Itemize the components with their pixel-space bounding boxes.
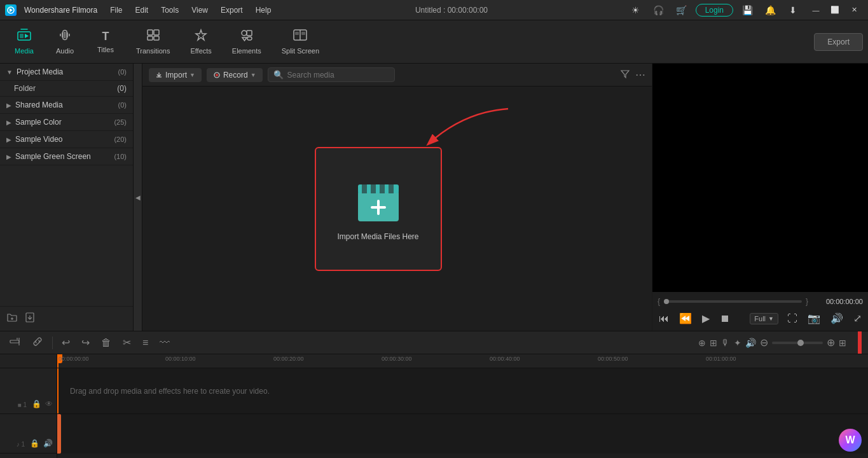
filter-icon[interactable] <box>620 69 630 81</box>
menu-help[interactable]: Help <box>251 4 277 16</box>
close-button[interactable]: ✕ <box>845 3 863 17</box>
svg-rect-12 <box>154 36 159 40</box>
sidebar-item-folder[interactable]: Folder (0) <box>0 81 133 97</box>
play-button[interactable]: ▶ <box>701 311 711 326</box>
link-icon[interactable] <box>29 335 46 351</box>
toolbar-transitions-label: Transitions <box>136 47 170 55</box>
step-back-button[interactable]: ⏪ <box>678 311 693 326</box>
zoom-slider[interactable] <box>772 342 823 344</box>
svg-rect-31 <box>380 184 385 193</box>
sidebar-item-project-media[interactable]: ▼ Project Media (0) <box>0 64 133 81</box>
cut-icon[interactable]: ✂ <box>120 335 134 350</box>
sidebar-item-sample-video[interactable]: ▶ Sample Video (20) <box>0 131 133 148</box>
filmora-logo[interactable]: W <box>839 429 862 452</box>
download-icon[interactable]: ⬇ <box>784 1 802 19</box>
search-input[interactable] <box>287 71 389 80</box>
maximize-button[interactable]: ⬜ <box>826 3 844 17</box>
shared-media-count: (0) <box>118 101 127 109</box>
svg-rect-30 <box>371 184 376 193</box>
notification-icon[interactable]: 🔔 <box>761 1 779 19</box>
record-button[interactable]: Record ▼ <box>207 68 263 82</box>
save-icon[interactable]: 💾 <box>738 1 756 19</box>
zoom-reset-icon[interactable]: ⊞ <box>839 338 846 348</box>
volume-button[interactable]: 🔊 <box>829 311 844 326</box>
audio-lock-icon[interactable]: 🔒 <box>30 439 39 448</box>
quality-chevron-icon: ▼ <box>768 316 774 322</box>
timeline-ruler: 00:00:00:00 00:00:10:00 00:00:20:00 00:0… <box>57 354 868 368</box>
toolbar-transitions[interactable]: Transitions <box>127 25 179 59</box>
svg-marker-13 <box>196 30 206 40</box>
sidebar-item-sample-green-screen[interactable]: ▶ Sample Green Screen (10) <box>0 148 133 165</box>
menu-view[interactable]: View <box>186 4 213 16</box>
panel-toggle[interactable]: ◀ <box>134 64 142 331</box>
toolbar-titles[interactable]: T Titles <box>86 26 125 57</box>
svg-marker-1 <box>10 8 13 12</box>
transitions-icon <box>146 29 160 45</box>
cart-icon[interactable]: 🛒 <box>673 1 691 19</box>
redo-icon[interactable]: ↪ <box>79 335 92 350</box>
ruler-corner <box>0 354 57 368</box>
preview-panel: { } 00:00:00:00 ⏮ ⏪ ▶ ⏹ Full ▼ ⛶ 📷 <box>652 64 868 331</box>
preview-scrubber[interactable] <box>664 300 802 303</box>
zoom-out-icon[interactable]: ⊖ <box>760 337 768 349</box>
toolbar-media[interactable]: Media <box>5 25 43 59</box>
expand-button[interactable]: ⤢ <box>852 311 863 326</box>
sidebar-item-sample-color[interactable]: ▶ Sample Color (25) <box>0 114 133 131</box>
audio-mute-icon[interactable]: 🔊 <box>43 439 53 448</box>
folder-count: (0) <box>117 84 127 93</box>
menu-file[interactable]: File <box>105 4 127 16</box>
video-track[interactable]: Drag and drop media and effects here to … <box>57 368 868 414</box>
undo-icon[interactable]: ↩ <box>59 335 72 350</box>
add-folder-icon[interactable] <box>6 312 18 326</box>
timeline-body: ■ 1 🔒 👁 ♪ 1 🔒 🔊 00:00:00:00 00:00:10:00 <box>0 354 868 458</box>
fullscreen-button[interactable]: ⛶ <box>786 312 799 326</box>
zoom-thumb <box>797 340 804 346</box>
video-eye-icon[interactable]: 👁 <box>45 399 53 408</box>
timeline-zoom-controls: ⊕ ⊞ 🎙 ✦ 🔊 ⊖ ⊕ ⊞ <box>698 337 846 349</box>
export-button[interactable]: Export <box>814 33 863 51</box>
import-file-icon[interactable] <box>24 312 36 326</box>
elements-icon <box>240 29 254 45</box>
mark-in-icon[interactable]: { <box>658 297 660 306</box>
ai-denoiser-icon[interactable]: ✦ <box>734 338 741 348</box>
toolbar-effects-label: Effects <box>190 47 211 55</box>
screenshot-button[interactable]: 📷 <box>806 311 822 326</box>
svg-rect-9 <box>148 30 153 35</box>
toolbar-effects[interactable]: Effects <box>181 25 220 59</box>
import-button[interactable]: Import ▼ <box>149 68 202 82</box>
toolbar-audio[interactable]: Audio <box>46 25 84 59</box>
toolbar-split-screen[interactable]: Split Screen <box>273 25 328 59</box>
toolbar-elements[interactable]: Elements <box>223 25 270 59</box>
zoom-in-icon[interactable]: ⊕ <box>827 337 835 349</box>
grid-view-icon[interactable]: ⋯ <box>635 69 645 81</box>
stop-button[interactable]: ⏹ <box>719 312 731 326</box>
menu-edit[interactable]: Edit <box>130 4 154 16</box>
minimize-button[interactable]: — <box>807 3 825 17</box>
skip-back-button[interactable]: ⏮ <box>658 312 670 326</box>
timeline-track-labels: ■ 1 🔒 👁 ♪ 1 🔒 🔊 <box>0 354 57 458</box>
scene-detect-icon[interactable]: ⊕ <box>698 338 706 348</box>
audio-track[interactable] <box>57 414 868 454</box>
add-track-icon[interactable] <box>6 335 23 351</box>
toolbar-media-label: Media <box>15 47 34 55</box>
split-audio-icon[interactable]: 🔊 <box>745 338 756 348</box>
silence-detect-icon[interactable]: 🎙 <box>721 338 730 348</box>
menu-export[interactable]: Export <box>216 4 248 16</box>
snap-icon[interactable]: ⊞ <box>710 338 717 348</box>
chevron-right-icon: ▶ <box>6 102 11 109</box>
delete-icon[interactable]: 🗑 <box>99 336 114 350</box>
timeline-area: ↩ ↪ 🗑 ✂ ≡ 〰 ⊕ ⊞ 🎙 ✦ 🔊 ⊖ ⊕ ⊞ ■ <box>0 331 868 458</box>
audio-track-icon[interactable]: 〰 <box>157 336 172 350</box>
headphone-icon[interactable]: 🎧 <box>650 1 668 19</box>
clip-settings-icon[interactable]: ≡ <box>140 336 151 350</box>
svg-rect-19 <box>295 32 299 35</box>
project-media-label: Project Media <box>17 67 63 76</box>
quality-selector[interactable]: Full ▼ <box>750 313 778 324</box>
sun-icon[interactable]: ☀ <box>627 1 645 19</box>
mark-out-icon[interactable]: } <box>806 297 808 306</box>
import-card[interactable]: Import Media Files Here <box>315 147 442 271</box>
sidebar-item-shared-media[interactable]: ▶ Shared Media (0) <box>0 97 133 114</box>
video-lock-icon[interactable]: 🔒 <box>32 399 41 408</box>
menu-tools[interactable]: Tools <box>156 4 184 16</box>
login-button[interactable]: Login <box>696 4 733 17</box>
